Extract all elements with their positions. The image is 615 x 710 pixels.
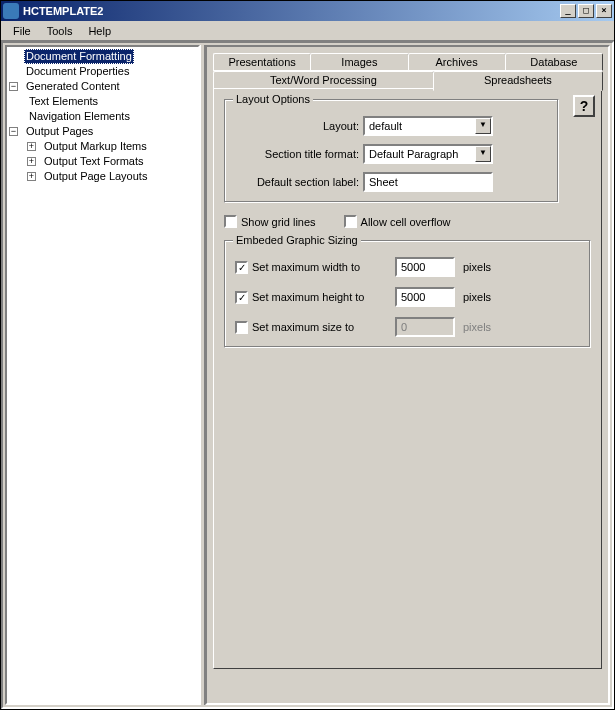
max-width-input[interactable]: 5000 [395, 257, 455, 277]
layout-dropdown[interactable]: default ▼ [363, 116, 493, 136]
tab-body: ? Layout Options Layout: default ▼ Secti… [213, 89, 602, 669]
layout-dropdown-value: default [365, 120, 475, 132]
checkbox-unchecked-icon [344, 215, 357, 228]
max-size-checkbox[interactable]: Set maximum size to [235, 321, 395, 334]
expand-icon[interactable]: + [27, 142, 36, 151]
default-section-label-input[interactable]: Sheet [363, 172, 493, 192]
expand-icon[interactable]: + [27, 157, 36, 166]
menu-file[interactable]: File [5, 23, 39, 39]
window-title: HCTEMPLATE2 [23, 5, 560, 17]
tab-archives[interactable]: Archives [408, 53, 506, 71]
tab-spreadsheets[interactable]: Spreadsheets [433, 71, 603, 91]
show-grid-lines-label: Show grid lines [241, 216, 316, 228]
menubar: File Tools Help [1, 21, 614, 41]
group-embedded-graphic-sizing-legend: Embeded Graphic Sizing [233, 234, 361, 246]
tree-document-formatting[interactable]: Document Formatting [24, 49, 134, 64]
section-title-format-label: Section title format: [235, 148, 363, 160]
show-grid-lines-checkbox[interactable]: Show grid lines [224, 215, 316, 228]
menu-tools[interactable]: Tools [39, 23, 81, 39]
checkbox-checked-icon: ✓ [235, 261, 248, 274]
max-size-unit: pixels [463, 321, 491, 333]
max-height-unit: pixels [463, 291, 491, 303]
expand-icon[interactable]: + [27, 172, 36, 181]
collapse-icon[interactable]: − [9, 82, 18, 91]
chevron-down-icon[interactable]: ▼ [475, 146, 491, 162]
layout-label: Layout: [235, 120, 363, 132]
tab-strip: Presentations Images Archives Database T… [213, 53, 602, 669]
checkbox-checked-icon: ✓ [235, 291, 248, 304]
max-height-input[interactable]: 5000 [395, 287, 455, 307]
group-layout-options-legend: Layout Options [233, 93, 313, 105]
max-height-label: Set maximum height to [252, 291, 365, 303]
minimize-button[interactable]: _ [560, 4, 576, 18]
max-size-label: Set maximum size to [252, 321, 354, 333]
tree-text-elements[interactable]: Text Elements [27, 94, 100, 109]
group-embedded-graphic-sizing: Embeded Graphic Sizing ✓ Set maximum wid… [224, 240, 591, 348]
maximize-button[interactable]: □ [578, 4, 594, 18]
checkbox-unchecked-icon [235, 321, 248, 334]
titlebar: HCTEMPLATE2 _ □ × [1, 1, 614, 21]
tab-images[interactable]: Images [310, 53, 408, 71]
tree-navigation-elements[interactable]: Navigation Elements [27, 109, 132, 124]
checkbox-unchecked-icon [224, 215, 237, 228]
application-window: HCTEMPLATE2 _ □ × File Tools Help Docume… [0, 0, 615, 710]
group-layout-options: Layout Options Layout: default ▼ Section… [224, 99, 559, 203]
max-width-label: Set maximum width to [252, 261, 360, 273]
close-button[interactable]: × [596, 4, 612, 18]
chevron-down-icon[interactable]: ▼ [475, 118, 491, 134]
tree-output-markup-items[interactable]: Output Markup Items [42, 139, 149, 154]
tree-document-properties[interactable]: Document Properties [24, 64, 131, 79]
tab-text-word-processing[interactable]: Text/Word Processing [213, 71, 434, 89]
app-icon [3, 3, 19, 19]
collapse-icon[interactable]: − [9, 127, 18, 136]
allow-cell-overflow-label: Allow cell overflow [361, 216, 451, 228]
help-button[interactable]: ? [573, 95, 595, 117]
tab-presentations[interactable]: Presentations [213, 53, 311, 71]
tree-generated-content[interactable]: Generated Content [24, 79, 122, 94]
allow-cell-overflow-checkbox[interactable]: Allow cell overflow [344, 215, 451, 228]
menu-help[interactable]: Help [80, 23, 119, 39]
max-height-checkbox[interactable]: ✓ Set maximum height to [235, 291, 395, 304]
main-panel: Presentations Images Archives Database T… [205, 45, 610, 705]
tree-output-pages[interactable]: Output Pages [24, 124, 95, 139]
tree-view[interactable]: Document Formatting Document Properties … [5, 45, 200, 705]
tree-output-page-layouts[interactable]: Output Page Layouts [42, 169, 149, 184]
max-width-checkbox[interactable]: ✓ Set maximum width to [235, 261, 395, 274]
section-title-dropdown-value: Default Paragraph [365, 148, 475, 160]
client-area: Document Formatting Document Properties … [1, 41, 614, 709]
default-section-label-label: Default section label: [235, 176, 363, 188]
max-width-unit: pixels [463, 261, 491, 273]
tab-database[interactable]: Database [505, 53, 603, 71]
tree-output-text-formats[interactable]: Output Text Formats [42, 154, 145, 169]
max-size-input: 0 [395, 317, 455, 337]
section-title-dropdown[interactable]: Default Paragraph ▼ [363, 144, 493, 164]
